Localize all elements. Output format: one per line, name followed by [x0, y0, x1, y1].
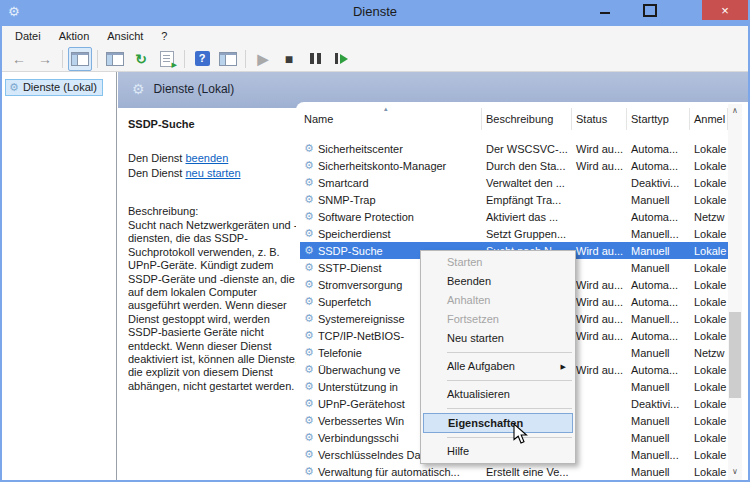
anmelden-cell: Lokale: [690, 262, 728, 274]
scroll-up-icon[interactable]: ∧: [728, 104, 742, 117]
service-gear-icon: ⚙: [304, 296, 314, 307]
context-menu-item-fortsetzen[interactable]: Fortsetzen: [421, 310, 575, 329]
service-row[interactable]: ⚙SicherheitscenterDer WSCSVC-...Wird au.…: [300, 140, 728, 157]
show-console-tree-button[interactable]: [68, 47, 92, 71]
stop-service-button[interactable]: ■: [277, 47, 301, 71]
menu-separator: [447, 437, 572, 438]
anmelden-cell: Netzw: [690, 347, 728, 359]
column-header-starttyp[interactable]: Starttyp: [627, 108, 690, 130]
stop-service-line: Den Dienst beenden: [128, 152, 300, 164]
anmelden-cell: Lokale: [690, 245, 728, 257]
back-button[interactable]: ←: [7, 47, 31, 71]
starttyp-cell: Manuell...: [627, 313, 690, 325]
service-gear-icon: ⚙: [304, 466, 314, 477]
selected-service-name: SSDP-Suche: [128, 118, 300, 130]
forward-button[interactable]: →: [33, 47, 57, 71]
service-gear-icon: ⚙: [304, 330, 314, 341]
anmelden-cell: Lokale: [690, 449, 728, 461]
service-row[interactable]: ⚙SpeicherdienstSetzt Gruppen...Manuell..…: [300, 225, 728, 242]
context-menu-item-starten[interactable]: Starten: [421, 253, 575, 272]
toolbar-separator: [245, 50, 246, 68]
submenu-arrow-icon: ▶: [561, 357, 566, 376]
scroll-down-icon[interactable]: ∨: [728, 465, 742, 478]
start-service-button[interactable]: ▶: [251, 47, 275, 71]
starttyp-cell: Manuell: [627, 381, 690, 393]
service-gear-icon: ⚙: [304, 279, 314, 290]
properties-window-button[interactable]: [103, 47, 127, 71]
pane-gear-icon: ⚙: [132, 82, 145, 96]
service-row[interactable]: ⚙SNMP-TrapEmpfängt Tra...ManuellLokale: [300, 191, 728, 208]
service-row[interactable]: ⚙Verwaltung für automatisch...Erstellt e…: [300, 463, 728, 480]
context-menu-item-hilfe[interactable]: Hilfe: [421, 442, 575, 461]
service-name: Speicherdienst: [318, 228, 391, 240]
status-cell: Wird au...: [572, 296, 627, 308]
service-row[interactable]: ⚙Sicherheitskonto-ManagerDurch den Sta..…: [300, 157, 728, 174]
stop-service-link[interactable]: beenden: [185, 152, 228, 164]
service-name: Sicherheitskonto-Manager: [318, 160, 446, 172]
maximize-icon: [643, 4, 657, 17]
service-name: SSTP-Dienst: [318, 262, 382, 274]
help-button[interactable]: ?: [190, 47, 214, 71]
refresh-button[interactable]: ↻: [129, 47, 153, 71]
maximize-button[interactable]: [630, 0, 670, 20]
pause-service-icon: [310, 53, 321, 64]
close-button[interactable]: ×: [702, 0, 748, 20]
context-menu-item-anhalten[interactable]: Anhalten: [421, 291, 575, 310]
scrollbar-thumb[interactable]: [729, 312, 741, 398]
starttyp-cell: Manuell: [627, 415, 690, 427]
service-name-cell: ⚙Speicherdienst: [300, 228, 482, 240]
beschreibung-cell: Durch den Sta...: [482, 160, 572, 172]
service-name-cell: ⚙SNMP-Trap: [300, 194, 482, 206]
menu-item-label: Alle Aufgaben: [447, 360, 515, 372]
service-name-cell: ⚙Verwaltung für automatisch...: [300, 466, 482, 478]
toolbar: ←→↻▸?▶■: [2, 46, 748, 72]
service-gear-icon: ⚙: [304, 177, 314, 188]
menu-item-label: Beenden: [447, 275, 491, 287]
toolbar-separator: [97, 50, 98, 68]
menu-item-label: Anhalten: [447, 294, 490, 306]
menubar-item-help[interactable]: ?: [152, 26, 176, 46]
pause-service-button[interactable]: [303, 47, 327, 71]
context-menu: StartenBeendenAnhaltenFortsetzenNeu star…: [420, 250, 576, 464]
service-detail-panel: SSDP-Suche Den Dienst beenden Den Dienst…: [128, 118, 300, 393]
restart-service-link[interactable]: neu starten: [185, 167, 240, 179]
minimize-button[interactable]: [585, 0, 625, 20]
column-header-anmel[interactable]: Anmel: [690, 108, 728, 130]
context-menu-item-eigenschaften[interactable]: Eigenschaften: [423, 413, 573, 433]
anmelden-cell: Netzw: [690, 211, 728, 223]
service-name: Telefonie: [318, 347, 362, 359]
column-header-status[interactable]: Status: [572, 108, 627, 130]
export-list-button[interactable]: ▸: [155, 47, 179, 71]
status-cell: Wird au...: [572, 279, 627, 291]
service-name: UPnP-Gerätehost: [318, 398, 405, 410]
column-header-name[interactable]: Name: [300, 108, 482, 130]
starttyp-cell: Automa...: [627, 211, 690, 223]
vertical-scrollbar[interactable]: ∧ ∨: [728, 104, 742, 480]
extended-view-button[interactable]: [216, 47, 240, 71]
status-cell: Wird au...: [572, 330, 627, 342]
restart-service-button[interactable]: [329, 47, 353, 71]
titlebar[interactable]: ⚙ Dienste ×: [0, 0, 750, 26]
minimize-icon: [600, 12, 610, 14]
context-menu-item-neu-starten[interactable]: Neu starten: [421, 329, 575, 348]
service-name: Verbessertes Win: [318, 415, 404, 427]
menubar: DateiAktionAnsicht?: [2, 26, 748, 46]
service-row[interactable]: ⚙SmartcardVerwaltet den ...Deaktivi...Lo…: [300, 174, 728, 191]
menubar-item-ansicht[interactable]: Ansicht: [98, 26, 152, 46]
menubar-item-datei[interactable]: Datei: [6, 26, 50, 46]
context-menu-item-alle-aufgaben[interactable]: Alle Aufgaben▶: [421, 357, 575, 376]
service-gear-icon: ⚙: [304, 398, 314, 409]
service-gear-icon: ⚙: [304, 449, 314, 460]
service-row[interactable]: ⚙Software ProtectionAktiviert das ...Aut…: [300, 208, 728, 225]
starttyp-cell: Manuell: [627, 262, 690, 274]
starttyp-cell: Automa...: [627, 330, 690, 342]
service-gear-icon: ⚙: [304, 415, 314, 426]
tree-item-dienste-lokal[interactable]: ⚙ Dienste (Lokal): [5, 79, 103, 96]
status-cell: Wird au...: [572, 364, 627, 376]
refresh-icon: ↻: [135, 52, 147, 66]
menubar-item-aktion[interactable]: Aktion: [50, 26, 99, 46]
starttyp-cell: Automa...: [627, 364, 690, 376]
context-menu-item-beenden[interactable]: Beenden: [421, 272, 575, 291]
context-menu-item-aktualisieren[interactable]: Aktualisieren: [421, 385, 575, 404]
column-header-beschreibung[interactable]: Beschreibung: [482, 108, 572, 130]
